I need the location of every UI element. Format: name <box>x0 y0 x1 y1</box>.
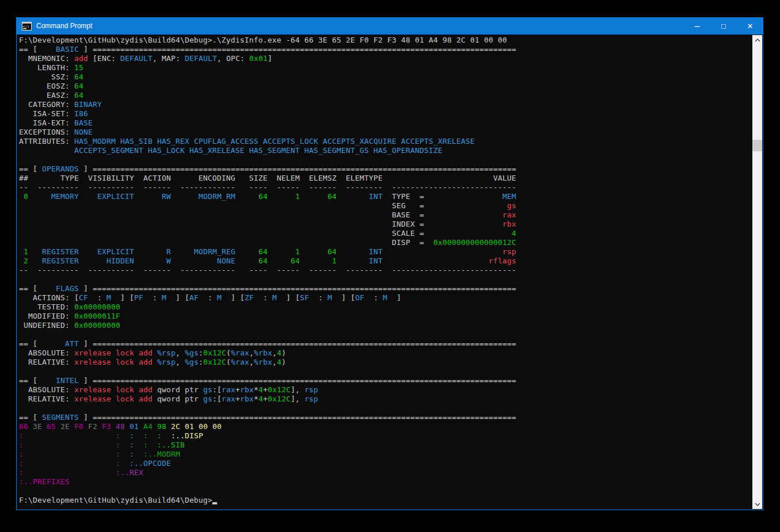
window-controls: ─ □ ✕ <box>684 17 763 35</box>
scrollbar-thumb[interactable] <box>752 140 762 151</box>
chevron-down-icon <box>755 503 760 506</box>
minimize-button[interactable]: ─ <box>684 17 710 35</box>
scroll-up-button[interactable] <box>752 35 762 45</box>
svg-text:c:\: c:\ <box>23 24 29 28</box>
maximize-button[interactable]: □ <box>710 17 737 35</box>
cmd-icon: c:\ <box>22 22 32 30</box>
scroll-down-button[interactable] <box>752 499 762 509</box>
minimize-icon: ─ <box>694 22 699 30</box>
close-icon: ✕ <box>747 22 754 30</box>
titlebar[interactable]: c:\ Command Prompt ─ □ ✕ <box>16 17 763 35</box>
window-title: Command Prompt <box>36 22 92 30</box>
console-content[interactable]: F:\Development\GitHub\zydis\Build64\Debu… <box>16 35 763 510</box>
close-button[interactable]: ✕ <box>737 17 763 35</box>
vertical-scrollbar[interactable] <box>752 35 762 509</box>
chevron-up-icon <box>755 39 760 42</box>
desktop: { "window": { "title": "Command Prompt",… <box>0 0 780 532</box>
maximize-icon: □ <box>721 22 726 30</box>
command-prompt-window: c:\ Command Prompt ─ □ ✕ F:\Development\… <box>16 17 763 510</box>
terminal-output: F:\Development\GitHub\zydis\Build64\Debu… <box>19 36 516 505</box>
titlebar-left: c:\ Command Prompt <box>16 22 684 30</box>
